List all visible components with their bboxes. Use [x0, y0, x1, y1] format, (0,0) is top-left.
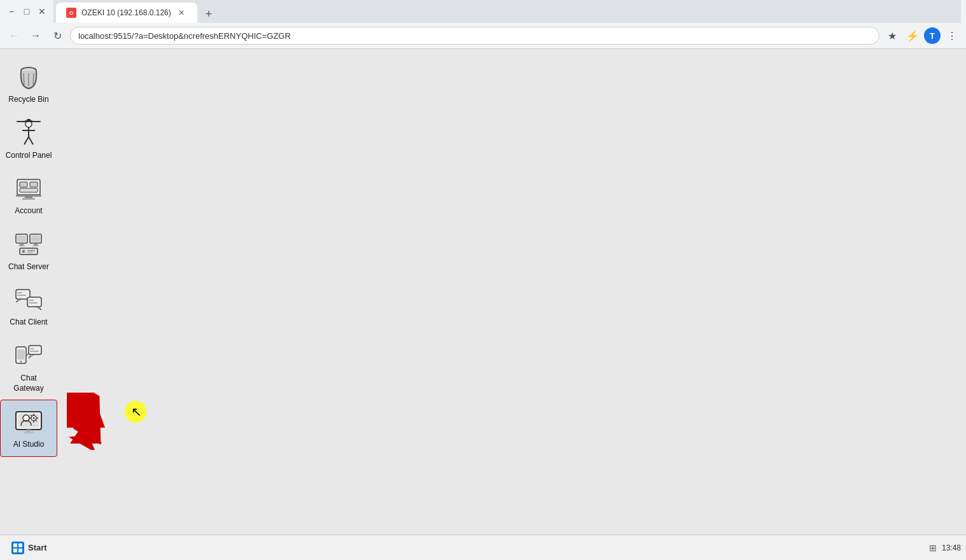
extensions-button[interactable]: ⚡	[904, 27, 921, 45]
new-tab-button[interactable]: +	[200, 5, 218, 23]
svg-rect-18	[20, 243, 24, 245]
minimize-button[interactable]: −	[5, 5, 18, 18]
chat-gateway-label: Chat Gateway	[5, 374, 52, 393]
ai-studio-image	[13, 407, 44, 437]
chat-gateway-image	[13, 340, 44, 371]
system-tray-icon: ⊞	[929, 543, 937, 553]
svg-rect-8	[27, 119, 31, 121]
account-icon[interactable]: Account	[0, 167, 57, 223]
chat-server-label: Chat Server	[8, 262, 49, 272]
toolbar-icons: ★ ⚡ T ⋮	[883, 27, 961, 45]
profile-button[interactable]: T	[924, 27, 941, 44]
svg-line-53	[31, 415, 31, 416]
svg-rect-11	[30, 182, 38, 187]
svg-rect-19	[18, 245, 25, 246]
recycle-bin-icon[interactable]: Recycle Bin	[0, 55, 57, 111]
tab-favicon: O	[66, 8, 76, 18]
svg-rect-27	[27, 252, 32, 253]
control-panel-image	[13, 118, 44, 148]
svg-rect-17	[17, 235, 26, 242]
title-bar: − □ ✕ O OZEKI 10 (192.168.0.126) ✕ +	[0, 0, 966, 23]
chat-server-image	[13, 229, 44, 260]
tabs-bar: O OZEKI 10 (192.168.0.126) ✕ +	[53, 0, 961, 23]
ai-studio-icon[interactable]: AI Studio	[0, 400, 57, 457]
browser-chrome: − □ ✕ O OZEKI 10 (192.168.0.126) ✕ + ← →…	[0, 0, 966, 49]
menu-button[interactable]: ⋮	[943, 27, 961, 45]
chat-client-image	[13, 284, 44, 315]
control-panel-label: Control Panel	[6, 151, 52, 161]
recycle-bin-image	[13, 62, 44, 92]
svg-rect-56	[24, 431, 34, 433]
svg-rect-15	[22, 198, 35, 200]
svg-rect-23	[32, 245, 39, 246]
back-button[interactable]: ←	[5, 27, 23, 45]
bookmark-button[interactable]: ★	[883, 27, 901, 45]
account-label: Account	[15, 206, 42, 216]
taskbar: Start ⊞ 13:48	[0, 535, 966, 560]
chat-client-label: Chat Client	[10, 318, 47, 328]
ai-studio-label: AI Studio	[13, 440, 45, 450]
tab-title: OZEKI 10 (192.168.0.126)	[81, 8, 171, 17]
svg-rect-59	[13, 543, 17, 547]
account-image	[13, 173, 44, 204]
svg-rect-13	[16, 195, 41, 197]
svg-rect-42	[30, 351, 39, 352]
svg-rect-21	[31, 235, 40, 242]
svg-rect-61	[13, 549, 17, 552]
reload-button[interactable]: ↻	[48, 27, 66, 45]
start-button[interactable]: Start	[5, 539, 53, 557]
address-bar-row: ← → ↻ ★ ⚡ T ⋮	[0, 23, 966, 48]
mouse-cursor: ↖	[131, 404, 142, 419]
svg-rect-55	[26, 430, 31, 431]
svg-rect-31	[17, 295, 26, 296]
svg-marker-40	[29, 354, 34, 358]
taskbar-right: ⊞ 13:48	[929, 543, 961, 553]
svg-rect-12	[20, 188, 38, 192]
svg-rect-10	[20, 182, 27, 187]
svg-rect-41	[30, 348, 34, 349]
taskbar-left: Start	[5, 539, 53, 557]
svg-rect-62	[18, 549, 22, 552]
svg-rect-30	[17, 292, 22, 293]
svg-rect-35	[29, 302, 38, 304]
svg-rect-32	[27, 297, 41, 307]
svg-point-25	[22, 250, 25, 253]
forward-button[interactable]: →	[27, 27, 45, 45]
svg-rect-37	[17, 349, 25, 360]
close-button[interactable]: ✕	[36, 5, 48, 18]
svg-rect-22	[34, 243, 38, 245]
svg-rect-39	[29, 346, 41, 354]
svg-rect-14	[25, 197, 32, 198]
svg-rect-60	[18, 543, 22, 547]
svg-line-54	[36, 421, 37, 421]
svg-marker-33	[36, 307, 41, 310]
window-controls: − □ ✕	[5, 5, 48, 18]
tab-close-button[interactable]: ✕	[176, 7, 187, 18]
desktop: Recycle Bin Control Panel	[0, 49, 966, 535]
address-input[interactable]	[70, 27, 879, 45]
taskbar-clock: 13:48	[942, 543, 961, 552]
svg-point-38	[20, 360, 22, 362]
control-panel-icon[interactable]: Control Panel	[0, 111, 57, 167]
svg-rect-34	[29, 300, 34, 301]
chat-client-icon[interactable]: Chat Client	[0, 278, 57, 334]
start-icon	[11, 542, 24, 554]
recycle-bin-label: Recycle Bin	[8, 95, 48, 105]
red-arrow-indicator	[54, 393, 130, 450]
chat-server-icon[interactable]: Chat Server	[0, 223, 57, 279]
maximize-button[interactable]: □	[20, 5, 33, 18]
svg-line-6	[29, 137, 33, 144]
svg-marker-29	[16, 299, 21, 302]
browser-tab[interactable]: O OZEKI 10 (192.168.0.126) ✕	[56, 3, 197, 23]
chat-gateway-icon[interactable]: Chat Gateway	[0, 334, 57, 400]
svg-point-48	[33, 417, 35, 419]
desktop-icons-container: Recycle Bin Control Panel	[0, 55, 57, 457]
svg-line-5	[24, 137, 29, 144]
start-label: Start	[28, 543, 47, 552]
svg-rect-26	[27, 250, 35, 251]
